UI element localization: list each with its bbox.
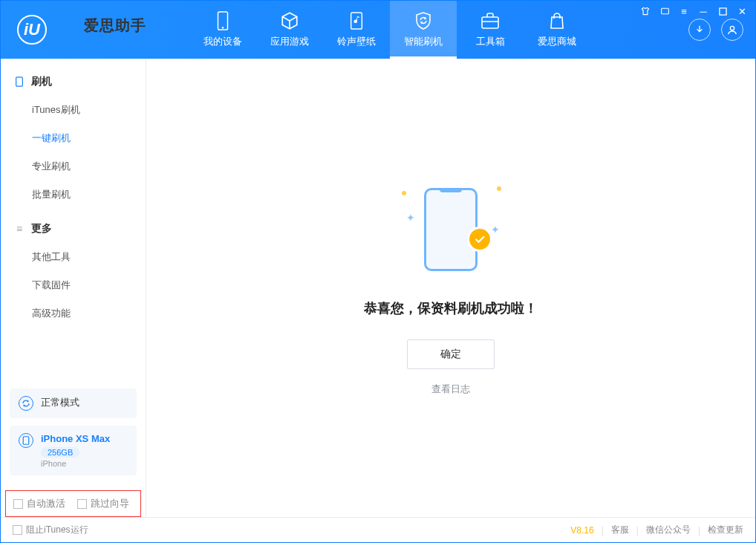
download-button[interactable] <box>688 19 711 41</box>
phone-outline-icon <box>14 77 25 87</box>
shield-refresh-icon <box>414 11 433 30</box>
top-nav: 我的设备 应用游戏 铃声壁纸 智能刷机 工具箱 爱思商城 <box>189 1 590 59</box>
sidebar-item-other-tools[interactable]: 其他工具 <box>1 243 146 271</box>
checkbox-icon <box>77 499 87 509</box>
nav-label: 应用游戏 <box>270 35 309 48</box>
music-icon <box>347 11 366 30</box>
header: ≡ ─ ✕ iU 爱思助手 www.i4.cn 我的设备 应用游戏 铃声壁 <box>1 1 755 59</box>
window-controls: ≡ ─ ✕ <box>639 5 748 17</box>
svg-rect-7 <box>16 77 23 86</box>
sidebar-title-more: ≡ 更多 <box>1 215 146 243</box>
highlight-options: 自动激活 跳过向导 <box>5 490 141 517</box>
device-type: iPhone <box>41 459 110 468</box>
check-badge-icon <box>467 227 492 252</box>
app-window: ≡ ─ ✕ iU 爱思助手 www.i4.cn 我的设备 应用游戏 铃声壁 <box>0 0 756 543</box>
svg-rect-0 <box>661 8 668 14</box>
checkbox-label: 跳过向导 <box>91 497 129 510</box>
maximize-icon[interactable] <box>717 5 729 17</box>
statusbar: 阻止iTunes运行 V8.16 | 客服 | 微信公众号 | 检查更新 <box>1 517 755 542</box>
briefcase-icon <box>480 11 500 30</box>
nav-flash[interactable]: 智能刷机 <box>390 1 457 59</box>
shirt-icon[interactable] <box>639 5 651 17</box>
cube-icon <box>280 11 299 30</box>
refresh-icon <box>19 396 33 411</box>
phone-graphic <box>424 188 478 271</box>
sidebar-content: 刷机 iTunes刷机 一键刷机 专业刷机 批量刷机 ≡ 更多 其他工具 下载固… <box>1 59 146 380</box>
sidebar: 刷机 iTunes刷机 一键刷机 专业刷机 批量刷机 ≡ 更多 其他工具 下载固… <box>1 59 146 517</box>
checkbox-icon <box>13 499 23 509</box>
device-card[interactable]: iPhone XS Max 256GB iPhone <box>10 426 137 475</box>
sidebar-devices: 正常模式 iPhone XS Max 256GB iPhone <box>1 380 146 484</box>
nav-ringtone[interactable]: 铃声壁纸 <box>323 1 390 59</box>
mode-label: 正常模式 <box>41 396 79 409</box>
logo[interactable]: iU 爱思助手 www.i4.cn <box>1 1 189 59</box>
sidebar-item-pro-flash[interactable]: 专业刷机 <box>1 152 146 181</box>
link-support[interactable]: 客服 <box>611 524 629 536</box>
sidebar-item-advanced[interactable]: 高级功能 <box>1 299 146 328</box>
minimize-icon[interactable]: ─ <box>697 5 709 17</box>
checkbox-block-itunes[interactable]: 阻止iTunes运行 <box>13 524 88 536</box>
checkbox-skip-guide[interactable]: 跳过向导 <box>77 497 129 510</box>
sidebar-item-download-fw[interactable]: 下载固件 <box>1 271 146 299</box>
status-right: V8.16 | 客服 | 微信公众号 | 检查更新 <box>570 524 743 536</box>
svg-point-6 <box>730 26 734 30</box>
sidebar-group-flash: 刷机 iTunes刷机 一键刷机 专业刷机 批量刷机 <box>1 68 146 209</box>
nav-label: 铃声壁纸 <box>337 35 376 48</box>
ok-button[interactable]: 确定 <box>407 339 495 369</box>
nav-label: 爱思商城 <box>538 35 576 48</box>
logo-mark: iU <box>17 15 47 45</box>
menu-icon[interactable]: ≡ <box>678 5 690 17</box>
list-icon: ≡ <box>14 224 25 234</box>
sidebar-group-more: ≡ 更多 其他工具 下载固件 高级功能 <box>1 215 146 328</box>
sidebar-item-batch-flash[interactable]: 批量刷机 <box>1 181 146 209</box>
status-left: 阻止iTunes运行 <box>13 524 88 536</box>
checkbox-label: 自动激活 <box>27 497 65 510</box>
success-message: 恭喜您，保资料刷机成功啦！ <box>364 299 538 317</box>
success-illustration: ✦✦ <box>399 181 503 277</box>
svg-rect-1 <box>719 7 726 14</box>
bag-icon <box>547 11 567 30</box>
version-text: V8.16 <box>570 525 593 536</box>
nav-label: 智能刷机 <box>404 35 443 48</box>
sidebar-item-itunes-flash[interactable]: iTunes刷机 <box>1 96 146 124</box>
close-icon[interactable]: ✕ <box>736 5 748 17</box>
link-update[interactable]: 检查更新 <box>708 524 743 536</box>
main-content: ✦✦ 恭喜您，保资料刷机成功啦！ 确定 查看日志 <box>146 59 755 517</box>
phone-icon <box>19 433 33 448</box>
device-icon <box>213 11 232 30</box>
device-capacity: 256GB <box>41 447 79 458</box>
view-log-link[interactable]: 查看日志 <box>431 383 470 396</box>
device-name: iPhone XS Max <box>41 433 110 444</box>
nav-my-device[interactable]: 我的设备 <box>189 1 256 59</box>
feedback-icon[interactable] <box>659 5 671 17</box>
logo-text: 爱思助手 www.i4.cn <box>54 0 176 74</box>
nav-label: 我的设备 <box>203 35 242 48</box>
body: 刷机 iTunes刷机 一键刷机 专业刷机 批量刷机 ≡ 更多 其他工具 下载固… <box>1 59 755 517</box>
svg-rect-8 <box>23 437 29 445</box>
sidebar-item-onekey-flash[interactable]: 一键刷机 <box>1 124 146 152</box>
link-wechat[interactable]: 微信公众号 <box>646 524 691 536</box>
checkbox-auto-activate[interactable]: 自动激活 <box>13 497 65 510</box>
user-button[interactable] <box>721 19 743 41</box>
nav-label: 工具箱 <box>476 35 505 48</box>
nav-apps[interactable]: 应用游戏 <box>256 1 323 59</box>
checkbox-icon <box>13 525 22 535</box>
checkbox-label: 阻止iTunes运行 <box>26 524 88 536</box>
nav-toolbox[interactable]: 工具箱 <box>457 1 524 59</box>
nav-store[interactable]: 爱思商城 <box>524 1 590 59</box>
mode-card[interactable]: 正常模式 <box>10 388 137 418</box>
svg-point-3 <box>222 27 224 28</box>
svg-rect-5 <box>482 17 498 28</box>
